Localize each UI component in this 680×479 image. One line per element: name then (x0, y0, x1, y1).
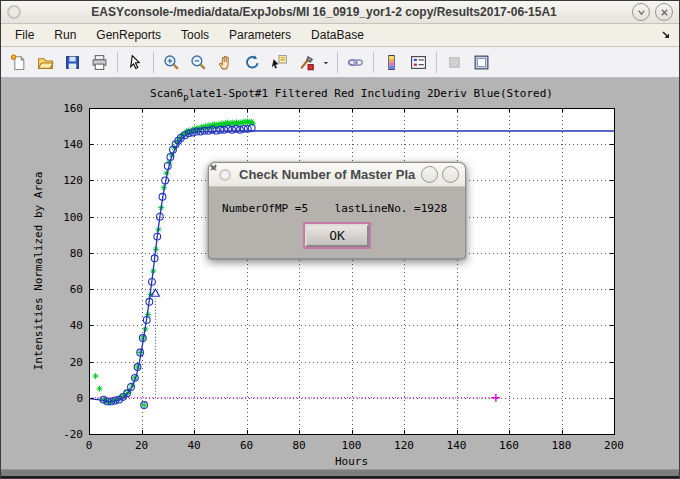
app-window: EASYconsole-/media/data/ExpJobs/MI 16_09… (0, 0, 680, 479)
toolbar-button-link-plots[interactable] (342, 49, 369, 76)
plot-tools-hide-icon (446, 54, 463, 71)
toolbar-separator (373, 52, 374, 73)
menu-item-file[interactable]: File (5, 25, 44, 45)
plot-title: Scan6plate1-Spot#1 Filtered Red Includin… (150, 87, 553, 102)
dialog-shade-button[interactable] (421, 166, 438, 183)
open-file-icon (37, 54, 54, 71)
toolbar-button-new-figure[interactable] (5, 49, 32, 76)
x-tick-label: 0 (86, 439, 93, 452)
menu-item-run[interactable]: Run (44, 25, 86, 45)
toolbar-button-zoom-out[interactable] (185, 49, 212, 76)
toolbar-button-data-cursor[interactable] (266, 49, 293, 76)
x-tick-label: 140 (447, 439, 467, 452)
toolbar-button-edit-plot-pointer[interactable] (122, 49, 149, 76)
dialog-close-button[interactable] (442, 166, 459, 183)
y-tick-label: 100 (63, 211, 83, 224)
close-icon (660, 8, 669, 17)
y-tick-label: 80 (70, 247, 83, 260)
insert-legend-icon (410, 54, 427, 71)
toolbar-button-insert-legend[interactable] (405, 49, 432, 76)
y-tick-label: 0 (76, 392, 83, 405)
print-figure-icon (91, 54, 108, 71)
window-title: EASYconsole-/media/data/ExpJobs/MI 16_09… (21, 5, 627, 19)
menu-overflow-icon[interactable] (657, 30, 675, 40)
toolbar-separator (337, 52, 338, 73)
y-tick-label: 120 (63, 174, 83, 187)
dialog-titlebar[interactable]: Check Number of Master Pla (209, 163, 465, 187)
menu-item-tools[interactable]: Tools (171, 25, 219, 45)
y-tick-label: 20 (70, 356, 83, 369)
zoom-in-icon (163, 54, 180, 71)
x-tick-label: 180 (552, 439, 572, 452)
chevron-down-icon (637, 8, 646, 17)
figure-area: 020406080100120140160180200-200204060801… (2, 78, 680, 469)
y-tick-label: 140 (63, 138, 83, 151)
x-axis-label: Hours (335, 455, 368, 468)
plot-axes-background (89, 108, 614, 434)
dialog-menu-icon[interactable] (219, 169, 231, 181)
toolbar-button-insert-colorbar[interactable] (378, 49, 405, 76)
x-tick-label: 100 (342, 439, 362, 452)
x-tick-label: 200 (604, 439, 624, 452)
data-cursor-icon (271, 54, 288, 71)
menu-item-parameters[interactable]: Parameters (219, 25, 301, 45)
new-figure-icon (10, 54, 27, 71)
plot-tools-dock-icon (473, 54, 490, 71)
rotate-3d-icon (244, 54, 261, 71)
y-tick-label: 40 (70, 319, 83, 332)
menu-item-genreports[interactable]: GenReports (86, 25, 171, 45)
x-tick-label: 20 (135, 439, 148, 452)
pan-hand-icon (217, 54, 234, 71)
x-tick-label: 80 (292, 439, 305, 452)
toolbar-button-print-figure[interactable] (86, 49, 113, 76)
ok-button[interactable]: OK (305, 224, 369, 247)
zoom-out-icon (190, 54, 207, 71)
toolbar-button-zoom-in[interactable] (158, 49, 185, 76)
toolbar-button-pan-hand[interactable] (212, 49, 239, 76)
toolbar-button-save-figure[interactable] (59, 49, 86, 76)
dialog-check-master-plates: Check Number of Master Pla NumberOfMP =5… (208, 162, 466, 259)
save-figure-icon (64, 54, 81, 71)
y-tick-label: -20 (63, 428, 83, 441)
x-tick-label: 40 (187, 439, 200, 452)
edit-plot-pointer-icon (127, 54, 144, 71)
y-tick-label: 60 (70, 283, 83, 296)
toolbar-separator (153, 52, 154, 73)
toolbar (1, 47, 679, 78)
x-tick-label: 160 (499, 439, 519, 452)
insert-colorbar-icon (383, 54, 400, 71)
window-close-button[interactable] (655, 3, 673, 21)
y-tick-label: 160 (63, 102, 83, 115)
dialog-message: NumberOfMP =5 lastLineNo. =1928 (222, 202, 452, 215)
plot-canvas[interactable]: 020406080100120140160180200-200204060801… (2, 78, 680, 469)
brush-dropdown-icon (322, 58, 331, 67)
x-tick-label: 120 (394, 439, 414, 452)
dialog-body: NumberOfMP =5 lastLineNo. =1928 OK (209, 202, 465, 247)
toolbar-button-brush-data[interactable] (293, 49, 320, 76)
window-titlebar[interactable]: EASYconsole-/media/data/ExpJobs/MI 16_09… (1, 1, 679, 24)
brush-data-icon (298, 54, 315, 71)
menu-item-database[interactable]: DataBase (301, 25, 374, 45)
toolbar-separator (117, 52, 118, 73)
toolbar-button-rotate-3d[interactable] (239, 49, 266, 76)
window-shade-button[interactable] (632, 3, 650, 21)
toolbar-button-plot-tools-dock[interactable] (468, 49, 495, 76)
dialog-title: Check Number of Master Pla (239, 167, 417, 182)
toolbar-button-brush-dropdown[interactable] (320, 49, 333, 76)
menubar: FileRunGenReportsToolsParametersDataBase (1, 24, 679, 47)
toolbar-button-plot-tools-hide (441, 49, 468, 76)
link-plots-icon (347, 54, 364, 71)
toolbar-button-open-file[interactable] (32, 49, 59, 76)
close-icon (209, 163, 218, 172)
window-menu-icon[interactable] (7, 5, 21, 19)
y-axis-label: Intensities Normalized by Area (32, 172, 45, 371)
toolbar-separator (436, 52, 437, 73)
x-tick-label: 60 (240, 439, 253, 452)
window-resize-edge[interactable] (1, 469, 679, 478)
